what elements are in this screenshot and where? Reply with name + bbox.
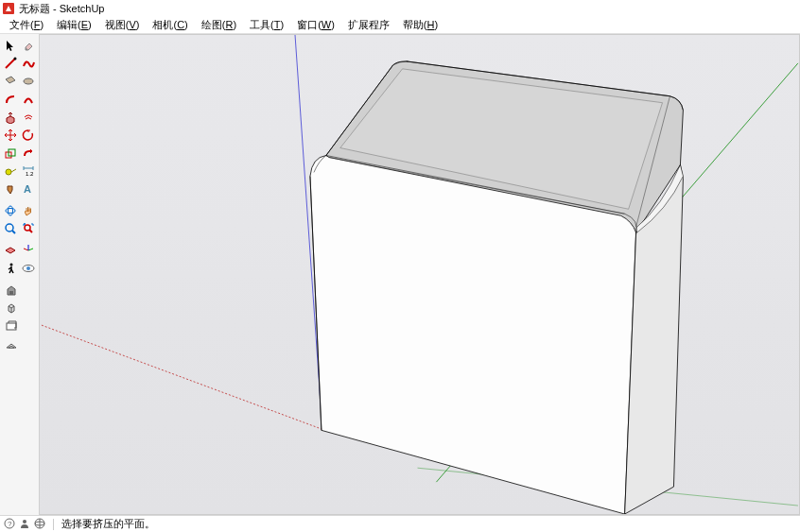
followme-tool[interactable]	[20, 144, 38, 162]
menu-extensions[interactable]: 扩展程序	[342, 17, 395, 33]
scale-tool[interactable]	[2, 144, 20, 162]
svg-point-1	[14, 57, 17, 60]
svg-point-10	[6, 224, 13, 232]
axes-tool[interactable]	[20, 241, 38, 259]
menu-edit[interactable]: 编辑(E)	[51, 17, 97, 33]
titlebar: 无标题 - SketchUp	[0, 0, 800, 17]
walk-tool[interactable]	[2, 259, 20, 277]
svg-point-23	[23, 520, 26, 523]
geo-icon[interactable]	[34, 518, 45, 531]
move-tool[interactable]	[2, 126, 20, 144]
outliner-tool[interactable]	[2, 335, 20, 352]
line-tool[interactable]	[2, 54, 20, 72]
svg-line-18	[41, 325, 322, 430]
viewport-3d[interactable]	[40, 34, 800, 515]
svg-rect-16	[7, 323, 16, 330]
eraser-tool[interactable]	[20, 36, 38, 54]
svg-point-8	[6, 208, 15, 213]
arc2-tool[interactable]	[20, 90, 38, 108]
rotate-tool[interactable]	[20, 126, 38, 144]
menu-tools[interactable]: 工具(T)	[244, 17, 289, 33]
freehand-tool[interactable]	[20, 54, 38, 72]
window-title: 无标题 - SketchUp	[19, 2, 104, 16]
section-tool[interactable]	[2, 241, 20, 259]
status-hint: 选择要挤压的平面。	[61, 517, 155, 531]
statusbar: ? 选择要挤压的平面。	[0, 515, 800, 532]
svg-text:1.2: 1.2	[26, 171, 34, 177]
warehouse-tool[interactable]	[2, 281, 20, 299]
rectangle-tool[interactable]	[2, 72, 20, 90]
circle-tool[interactable]	[20, 72, 38, 90]
svg-rect-15	[9, 291, 13, 295]
svg-point-9	[9, 206, 13, 215]
svg-point-12	[10, 263, 13, 266]
look-tool[interactable]	[20, 259, 38, 277]
zoom-tool[interactable]	[2, 219, 20, 237]
component-tool[interactable]	[2, 299, 20, 317]
svg-point-5	[6, 169, 11, 175]
text-tool[interactable]: A	[20, 180, 38, 197]
menu-help[interactable]: 帮助(H)	[397, 17, 443, 33]
user-icon[interactable]	[19, 518, 30, 531]
pushpull-tool[interactable]	[2, 108, 20, 126]
toolbar: 1.2 A	[0, 34, 40, 515]
pan-tool[interactable]	[20, 201, 38, 219]
menu-file[interactable]: 文件(F)	[4, 17, 49, 33]
menu-camera[interactable]: 相机(C)	[147, 17, 193, 33]
zoom-extents-tool[interactable]	[20, 219, 38, 237]
menu-draw[interactable]: 绘图(R)	[196, 17, 242, 33]
arc-tool[interactable]	[2, 90, 20, 108]
group-tool[interactable]	[2, 317, 20, 335]
svg-point-2	[24, 78, 33, 84]
paint-tool[interactable]	[2, 180, 20, 197]
offset-tool[interactable]	[20, 108, 38, 126]
dimension-tool[interactable]: 1.2	[20, 162, 38, 180]
app-logo-icon	[2, 2, 15, 15]
svg-text:?: ?	[8, 520, 12, 528]
select-tool[interactable]	[2, 36, 20, 54]
tape-tool[interactable]	[2, 162, 20, 180]
svg-text:A: A	[24, 183, 31, 195]
menubar: 文件(F) 编辑(E) 视图(V) 相机(C) 绘图(R) 工具(T) 窗口(W…	[0, 17, 800, 34]
menu-window[interactable]: 窗口(W)	[291, 17, 340, 33]
help-icon[interactable]: ?	[4, 518, 15, 531]
menu-view[interactable]: 视图(V)	[99, 17, 146, 33]
svg-point-14	[26, 266, 30, 270]
orbit-tool[interactable]	[2, 201, 20, 219]
